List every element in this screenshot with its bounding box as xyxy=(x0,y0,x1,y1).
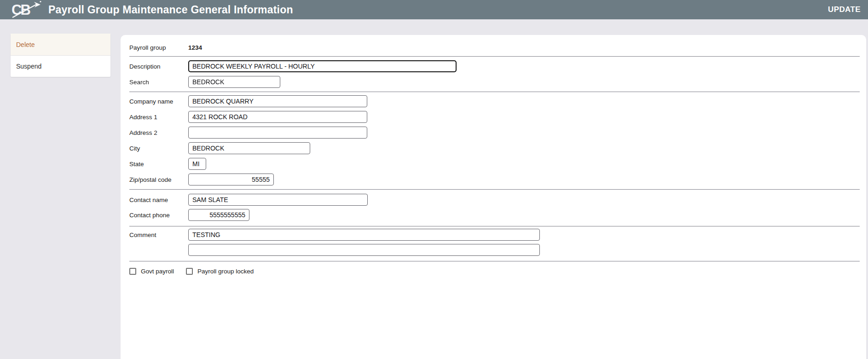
payroll-group-locked-checkbox[interactable] xyxy=(186,268,193,275)
section-divider xyxy=(129,261,860,261)
zip-label: Zip/postal code xyxy=(129,176,188,183)
state-input[interactable] xyxy=(188,158,206,170)
form-panel: Payroll group 1234 Description Search Co… xyxy=(121,35,866,359)
page-title: Payroll Group Maintenance General Inform… xyxy=(48,4,293,16)
checkbox-row: Govt payroll Payroll group locked xyxy=(129,268,860,275)
state-row: State xyxy=(129,158,860,170)
company-name-row: Company name xyxy=(129,95,860,107)
comment-row-1: Comment xyxy=(129,229,860,241)
address2-row: Address 2 xyxy=(129,127,860,139)
section-divider xyxy=(129,189,860,190)
zip-input[interactable] xyxy=(188,174,274,185)
description-label: Description xyxy=(129,63,188,70)
address2-label: Address 2 xyxy=(129,129,188,136)
state-label: State xyxy=(129,161,188,168)
action-menu: Delete Suspend xyxy=(11,34,110,77)
city-row: City xyxy=(129,142,860,154)
govt-payroll-checkbox[interactable] xyxy=(129,268,136,275)
contact-phone-input[interactable] xyxy=(188,209,249,221)
payroll-group-value: 1234 xyxy=(188,44,202,51)
app-header: CB Payroll Group Maintenance General Inf… xyxy=(0,0,868,19)
contact-name-input[interactable] xyxy=(188,194,368,206)
contact-name-label: Contact name xyxy=(129,197,188,203)
comment-row-2 xyxy=(129,244,860,256)
govt-payroll-label: Govt payroll xyxy=(141,268,174,275)
city-input[interactable] xyxy=(188,142,310,154)
section-divider xyxy=(129,56,860,57)
city-label: City xyxy=(129,145,188,152)
search-input[interactable] xyxy=(188,76,280,88)
comment-input-2[interactable] xyxy=(188,244,540,256)
update-button[interactable]: UPDATE xyxy=(828,5,861,14)
address1-row: Address 1 xyxy=(129,111,860,123)
address1-input[interactable] xyxy=(188,111,367,123)
section-divider xyxy=(129,226,860,226)
contact-phone-row: Contact phone xyxy=(129,209,860,221)
comment-label: Comment xyxy=(129,232,188,238)
zip-row: Zip/postal code xyxy=(129,174,860,185)
payroll-group-row: Payroll group 1234 xyxy=(129,44,860,51)
payroll-group-locked-label: Payroll group locked xyxy=(197,268,254,275)
search-label: Search xyxy=(129,79,188,86)
cb-logo: CB xyxy=(12,0,43,19)
description-row: Description xyxy=(129,60,860,72)
contact-name-row: Contact name xyxy=(129,194,860,206)
menu-item-suspend[interactable]: Suspend xyxy=(11,55,110,77)
contact-phone-label: Contact phone xyxy=(129,212,188,219)
comment-input-1[interactable] xyxy=(188,229,540,241)
address1-label: Address 1 xyxy=(129,114,188,121)
payroll-group-label: Payroll group xyxy=(129,44,188,51)
company-name-input[interactable] xyxy=(188,95,367,107)
menu-item-delete[interactable]: Delete xyxy=(11,34,110,55)
company-name-label: Company name xyxy=(129,98,188,105)
section-divider xyxy=(129,92,860,92)
search-row: Search xyxy=(129,76,860,88)
description-input[interactable] xyxy=(188,60,457,72)
address2-input[interactable] xyxy=(188,127,367,139)
cb-logo-icon: CB xyxy=(12,0,42,19)
